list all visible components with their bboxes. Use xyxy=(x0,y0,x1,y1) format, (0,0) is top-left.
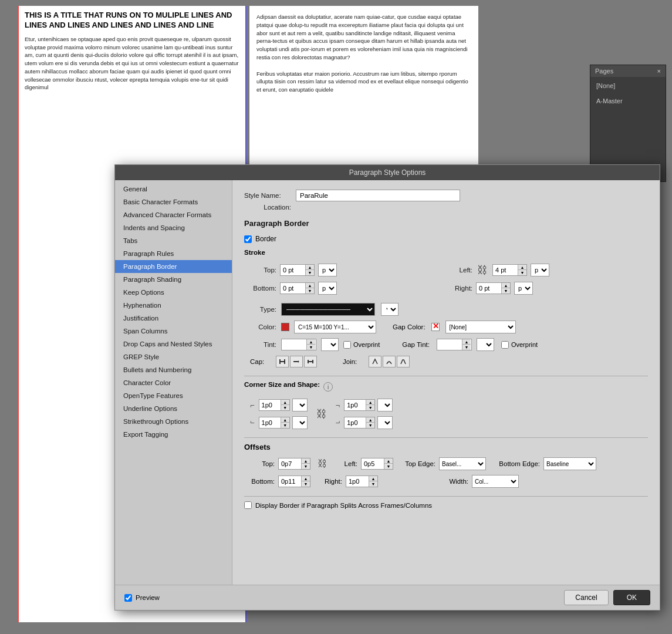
offset-right-input[interactable] xyxy=(346,477,369,486)
offset-top-down[interactable]: ▼ xyxy=(302,464,310,469)
corner-tl-input[interactable] xyxy=(259,400,281,410)
left-up[interactable]: ▲ xyxy=(518,265,526,270)
gap-tint-input[interactable] xyxy=(437,340,462,349)
style-name-input[interactable] xyxy=(296,190,460,201)
offset-left-down[interactable]: ▼ xyxy=(384,464,393,469)
nav-item-grep[interactable]: GREP Style xyxy=(115,350,232,363)
corner-tr-down[interactable]: ▼ xyxy=(366,405,374,410)
tint-unit[interactable] xyxy=(321,338,339,351)
tint-input[interactable] xyxy=(282,340,306,349)
nav-item-bullets[interactable]: Bullets and Numbering xyxy=(115,363,232,376)
corner-bl-down[interactable]: ▼ xyxy=(281,423,289,428)
offset-top-up[interactable]: ▲ xyxy=(302,458,310,464)
top-edge-select[interactable]: Basel... xyxy=(439,457,486,470)
pages-panel-master[interactable]: A-Master xyxy=(594,96,662,106)
nav-item-para-shading[interactable]: Paragraph Shading xyxy=(115,273,232,286)
top-unit-select[interactable]: pt xyxy=(318,264,337,276)
cap-btn-round[interactable] xyxy=(290,356,303,367)
nav-item-strikethrough[interactable]: Strikethrough Options xyxy=(115,415,232,428)
bottom-input[interactable] xyxy=(281,284,305,293)
nav-item-span-columns[interactable]: Span Columns xyxy=(115,325,232,338)
corner-tl-shape[interactable]: ▼ xyxy=(292,399,308,412)
right-down[interactable]: ▼ xyxy=(502,288,510,294)
left-input[interactable] xyxy=(493,265,518,275)
corner-tl-up[interactable]: ▲ xyxy=(281,400,289,405)
offset-right-down[interactable]: ▼ xyxy=(369,481,377,487)
offset-top-input[interactable] xyxy=(279,459,301,468)
offset-right-up[interactable]: ▲ xyxy=(369,476,377,481)
corner-br-down[interactable]: ▼ xyxy=(366,423,374,428)
corner-br-shape[interactable]: ▼ xyxy=(377,416,393,429)
link-icon[interactable]: ⛓ xyxy=(477,265,488,275)
gap-tint-down[interactable]: ▼ xyxy=(462,345,471,350)
corner-bl-shape[interactable]: ▼ xyxy=(292,416,308,429)
gap-tint-up[interactable]: ▲ xyxy=(462,339,471,345)
corner-tl-down[interactable]: ▼ xyxy=(281,405,289,410)
left-down[interactable]: ▼ xyxy=(518,270,526,275)
gap-tint-unit[interactable] xyxy=(477,338,494,351)
border-checkbox[interactable] xyxy=(244,235,252,243)
ok-button[interactable]: OK xyxy=(613,590,650,605)
type-select[interactable]: ────────────── xyxy=(281,303,375,316)
gap-overprint-checkbox[interactable] xyxy=(501,341,509,349)
bottom-down[interactable]: ▼ xyxy=(306,288,314,294)
nav-item-opentype[interactable]: OpenType Features xyxy=(115,389,232,402)
nav-item-justification[interactable]: Justification xyxy=(115,312,232,325)
type-unit-select[interactable]: ▼ xyxy=(381,303,399,316)
pages-panel-close[interactable]: × xyxy=(657,68,661,75)
tint-up[interactable]: ▲ xyxy=(307,339,315,345)
left-unit-select[interactable]: pt xyxy=(531,264,549,276)
nav-item-indents[interactable]: Indents and Spacing xyxy=(115,221,232,234)
corner-tr-input[interactable] xyxy=(345,400,366,410)
offset-left-input[interactable] xyxy=(362,459,384,468)
overprint-checkbox[interactable] xyxy=(343,341,351,349)
width-select[interactable]: Col... xyxy=(472,475,519,488)
right-unit-select[interactable]: pt xyxy=(514,282,533,295)
preview-checkbox[interactable] xyxy=(124,594,132,602)
top-up[interactable]: ▲ xyxy=(306,265,314,270)
offset-bottom-down[interactable]: ▼ xyxy=(302,481,310,487)
nav-item-hyphenation[interactable]: Hyphenation xyxy=(115,299,232,312)
corner-br-input[interactable] xyxy=(345,418,366,427)
offset-bottom-input[interactable] xyxy=(279,477,301,486)
nav-item-tabs[interactable]: Tabs xyxy=(115,234,232,247)
gap-color-select[interactable]: [None] xyxy=(445,321,516,333)
corner-tr-up[interactable]: ▲ xyxy=(366,400,374,405)
nav-item-para-rules[interactable]: Paragraph Rules xyxy=(115,247,232,260)
nav-item-advanced-char[interactable]: Advanced Character Formats xyxy=(115,208,232,221)
corner-br-up[interactable]: ▲ xyxy=(366,417,374,423)
nav-item-general[interactable]: General xyxy=(115,183,232,195)
join-btn-round[interactable] xyxy=(383,356,396,367)
offset-link-icon[interactable]: ⛓ xyxy=(318,458,327,469)
nav-item-char-color[interactable]: Character Color xyxy=(115,376,232,389)
nav-item-export[interactable]: Export Tagging xyxy=(115,428,232,441)
corner-bl-input[interactable] xyxy=(259,418,281,427)
join-btn-miter[interactable] xyxy=(369,356,381,367)
corner-info-icon[interactable]: i xyxy=(323,382,333,392)
pages-panel-none[interactable]: [None] xyxy=(594,80,662,91)
offset-left-up[interactable]: ▲ xyxy=(384,458,393,464)
right-input[interactable] xyxy=(477,284,501,293)
tint-down[interactable]: ▼ xyxy=(307,345,315,350)
top-input[interactable] xyxy=(281,265,305,275)
cancel-button[interactable]: Cancel xyxy=(564,590,608,605)
right-up[interactable]: ▲ xyxy=(502,283,510,288)
nav-item-keep-options[interactable]: Keep Options xyxy=(115,286,232,299)
offset-bottom-up[interactable]: ▲ xyxy=(302,476,310,481)
bottom-up[interactable]: ▲ xyxy=(306,283,314,288)
nav-item-basic-char[interactable]: Basic Character Formats xyxy=(115,195,232,208)
corner-bl-up[interactable]: ▲ xyxy=(281,417,289,423)
bottom-edge-select[interactable]: Baseline xyxy=(543,457,596,470)
cap-btn-project[interactable] xyxy=(304,356,317,367)
cap-btn-flat[interactable] xyxy=(276,356,289,367)
nav-item-para-border[interactable]: Paragraph Border xyxy=(115,260,232,273)
color-select[interactable]: C=15 M=100 Y=1... xyxy=(294,321,376,333)
top-down[interactable]: ▼ xyxy=(306,270,314,275)
nav-item-underline[interactable]: Underline Options xyxy=(115,402,232,415)
bottom-unit-select[interactable]: pt xyxy=(318,282,337,295)
join-btn-bevel[interactable] xyxy=(397,356,410,367)
nav-item-drop-caps[interactable]: Drop Caps and Nested Styles xyxy=(115,338,232,350)
display-border-checkbox[interactable] xyxy=(244,501,252,509)
corner-tr-shape[interactable]: ▼ xyxy=(377,399,393,412)
corner-link-icon[interactable]: ⛓ xyxy=(316,408,327,420)
